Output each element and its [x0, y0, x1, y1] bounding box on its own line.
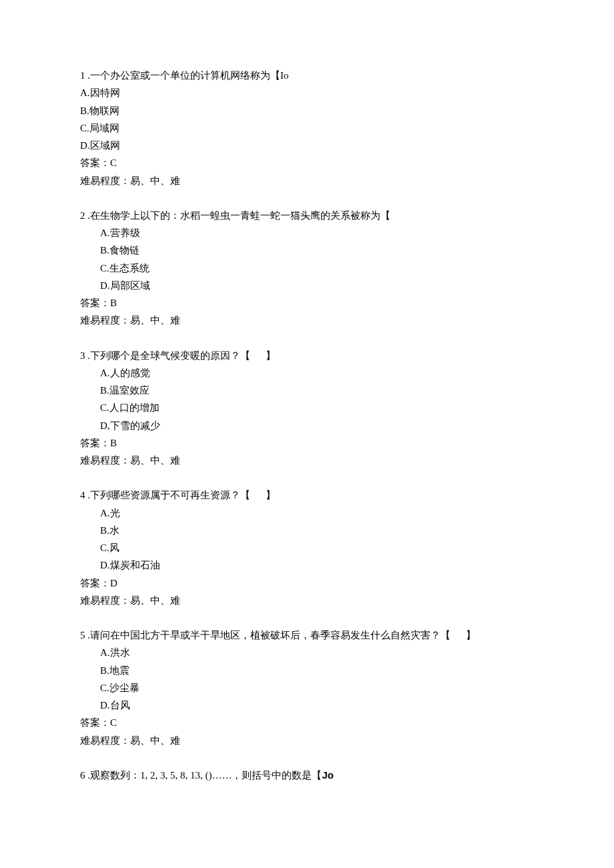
question-stem: 4 .下列哪些资源属于不可再生资源？【 】 — [80, 486, 534, 504]
question-option: B.温室效应 — [80, 382, 534, 399]
question-3: 3 .下列哪个是全球气候变暖的原因？【 】 A.人的感觉 B.温室效应 C.人口… — [80, 347, 534, 470]
question-1: 1 .一个办公室或一个单位的计算机网络称为【Io A.因特网 B.物联网 C.局… — [80, 67, 534, 189]
question-6: 6 .观察数列：1, 2, 3, 5, 8, 13, ()……，则括号中的数是【… — [80, 767, 534, 784]
difficulty-line: 难易程度：易、中、难 — [80, 592, 534, 609]
question-option: B.物联网 — [80, 102, 534, 119]
question-option: C.风 — [80, 539, 534, 556]
page-container: 1 .一个办公室或一个单位的计算机网络称为【Io A.因特网 B.物联网 C.局… — [0, 0, 614, 868]
difficulty-line: 难易程度：易、中、难 — [80, 732, 534, 749]
question-option: A.光 — [80, 504, 534, 522]
question-number: 2 — [80, 210, 85, 221]
question-number: 6 — [80, 770, 85, 781]
question-option: B.水 — [80, 522, 534, 539]
answer-line: 答案：C — [80, 154, 534, 171]
question-option: A.因特网 — [80, 84, 534, 101]
question-2: 2 .在生物学上以下的：水稻一蝗虫一青蛙一蛇一猫头鹰的关系被称为【 A.营养级 … — [80, 207, 534, 330]
answer-line: 答案：B — [80, 294, 534, 312]
question-option: C.局域网 — [80, 119, 534, 137]
question-5: 5 .请问在中国北方干旱或半干旱地区，植被破坏后，春季容易发生什么自然灾害？【 … — [80, 626, 534, 749]
answer-line: 答案：C — [80, 714, 534, 731]
question-stem: 3 .下列哪个是全球气候变暖的原因？【 】 — [80, 347, 534, 364]
question-stem: 1 .一个办公室或一个单位的计算机网络称为【Io — [80, 67, 534, 84]
question-number: 5 — [80, 630, 85, 640]
question-option: C.生态系统 — [80, 260, 534, 277]
difficulty-line: 难易程度：易、中、难 — [80, 452, 534, 469]
question-option: D.台风 — [80, 697, 534, 714]
question-stem: 6 .观察数列：1, 2, 3, 5, 8, 13, ()……，则括号中的数是【… — [80, 767, 534, 784]
question-4: 4 .下列哪些资源属于不可再生资源？【 】 A.光 B.水 C.风 D.煤炭和石… — [80, 486, 534, 609]
question-stem: 5 .请问在中国北方干旱或半干旱地区，植被破坏后，春季容易发生什么自然灾害？【 … — [80, 626, 534, 644]
question-option: C.人口的增加 — [80, 399, 534, 416]
question-number: 3 — [80, 350, 85, 361]
question-text: .在生物学上以下的：水稻一蝗虫一青蛙一蛇一猫头鹰的关系被称为【 — [85, 210, 391, 221]
question-text: .下列哪个是全球气候变暖的原因？【 】 — [85, 350, 276, 361]
question-option: D.煤炭和石油 — [80, 556, 534, 574]
answer-line: 答案：D — [80, 574, 534, 592]
difficulty-line: 难易程度：易、中、难 — [80, 172, 534, 189]
question-option: A.营养级 — [80, 224, 534, 242]
answer-line: 答案：B — [80, 434, 534, 452]
question-option: B.地震 — [80, 662, 534, 679]
question-option: A.人的感觉 — [80, 364, 534, 382]
question-option: C.沙尘暴 — [80, 679, 534, 697]
question-option: D.局部区域 — [80, 277, 534, 294]
question-number: 4 — [80, 490, 85, 500]
difficulty-line: 难易程度：易、中、难 — [80, 312, 534, 329]
question-option: D,下雪的减少 — [80, 417, 534, 434]
question-text: .一个办公室或一个单位的计算机网络称为【Io — [85, 70, 289, 81]
question-option: D.区域网 — [80, 137, 534, 154]
question-number: 1 — [80, 70, 85, 81]
question-text: .请问在中国北方干旱或半干旱地区，植被破坏后，春季容易发生什么自然灾害？【 】 — [85, 630, 476, 640]
question-stem: 2 .在生物学上以下的：水稻一蝗虫一青蛙一蛇一猫头鹰的关系被称为【 — [80, 207, 534, 224]
question-option: A.洪水 — [80, 644, 534, 661]
question-bold-fragment: Jo — [322, 769, 334, 781]
question-option: B.食物链 — [80, 242, 534, 259]
question-text: .下列哪些资源属于不可再生资源？【 】 — [85, 490, 276, 500]
question-text-before: .观察数列：1, 2, 3, 5, 8, 13, ()……，则括号中的数是【 — [85, 770, 322, 781]
